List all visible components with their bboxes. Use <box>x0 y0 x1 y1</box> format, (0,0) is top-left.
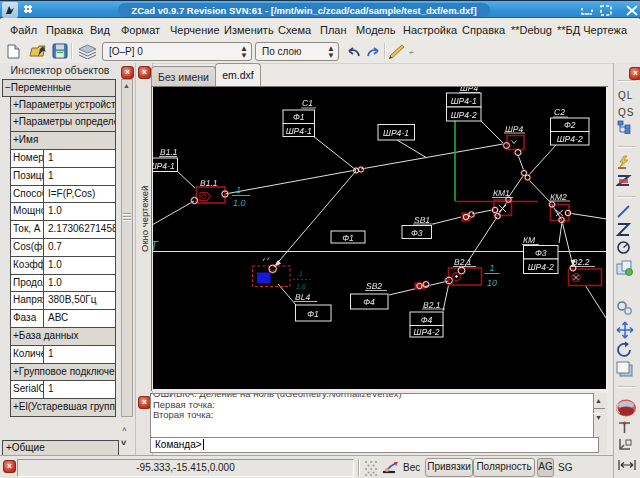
svg-text:ШР4-1: ШР4-1 <box>451 96 477 106</box>
svg-text:Ф2: Ф2 <box>564 120 576 130</box>
svg-text:ШР4-2: ШР4-2 <box>413 327 439 337</box>
svg-text:B1.1: B1.1 <box>200 178 218 188</box>
svg-text:ШР4: ШР4 <box>505 124 523 134</box>
svg-text:B2.2: B2.2 <box>572 257 590 267</box>
svg-text:1.6: 1.6 <box>296 284 306 291</box>
svg-text:1: 1 <box>299 271 303 278</box>
svg-text:SB1: SB1 <box>414 215 430 225</box>
svg-text:КМ2: КМ2 <box>550 192 567 202</box>
svg-text:Ф3: Ф3 <box>411 228 423 238</box>
svg-text:B2.1: B2.1 <box>454 257 472 267</box>
svg-text:BL4: BL4 <box>295 292 310 302</box>
svg-text:Ф4: Ф4 <box>363 297 375 307</box>
svg-text:Ф3: Ф3 <box>535 248 547 258</box>
svg-text:C1: C1 <box>302 98 313 108</box>
svg-text:1: 1 <box>236 185 241 195</box>
svg-text:B2.1: B2.1 <box>423 300 441 310</box>
svg-text:ШР4-1: ШР4-1 <box>153 161 175 171</box>
svg-text:ШР4-2: ШР4-2 <box>528 262 554 272</box>
svg-text:1.0: 1.0 <box>233 198 246 208</box>
svg-text:КМ1: КМ1 <box>493 188 510 198</box>
svg-text:1: 1 <box>490 263 495 273</box>
svg-text:Ф1: Ф1 <box>307 309 319 319</box>
svg-text:T: T <box>153 238 159 253</box>
svg-text:ШР4-2: ШР4-2 <box>451 110 477 120</box>
svg-text:Ф1: Ф1 <box>342 233 354 243</box>
svg-text:ШР4-1: ШР4-1 <box>286 126 312 136</box>
svg-text:КМ: КМ <box>523 235 536 245</box>
svg-text:Ф1: Ф1 <box>293 112 305 122</box>
svg-text:Ф4: Ф4 <box>421 315 433 325</box>
svg-text:ШР4-1: ШР4-1 <box>383 128 409 138</box>
svg-text:ШР4-2: ШР4-2 <box>557 134 583 144</box>
svg-text:C2: C2 <box>554 107 565 117</box>
svg-text:SB2: SB2 <box>366 281 382 291</box>
svg-text:10: 10 <box>487 278 497 288</box>
svg-text:B1.1: B1.1 <box>160 147 178 157</box>
